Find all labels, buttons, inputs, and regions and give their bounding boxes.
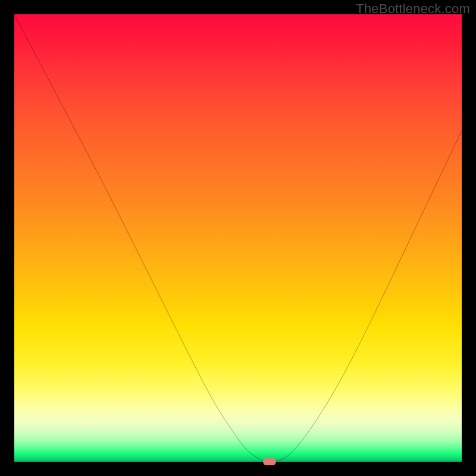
bottleneck-curve — [14, 14, 462, 462]
optimal-marker — [263, 458, 276, 465]
curve-path — [14, 14, 462, 462]
watermark-text: TheBottleneck.com — [356, 1, 470, 17]
plot-area — [14, 14, 462, 462]
chart-frame: TheBottleneck.com — [0, 0, 476, 476]
